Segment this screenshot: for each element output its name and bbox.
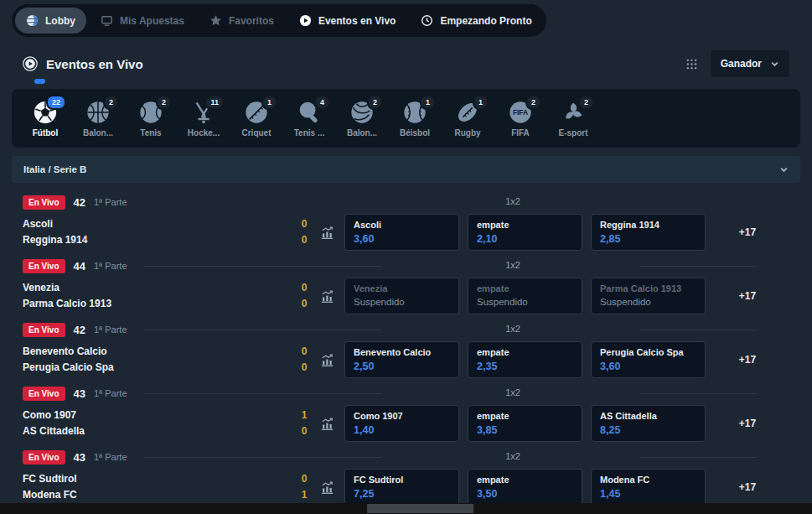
team-names[interactable]: Venezia Parma Calcio 1913	[23, 280, 297, 312]
sport-tab-beisbol[interactable]: 1 Béisbol	[395, 100, 435, 140]
odds-button[interactable]: Reggina 1914 2,85	[591, 214, 706, 251]
away-score: 0	[297, 360, 312, 376]
odds-selection-name: AS Cittadella	[600, 411, 696, 421]
sport-tab-rugby[interactable]: 1 Rugby	[447, 100, 488, 140]
stats-chart-icon[interactable]	[320, 226, 334, 240]
odds-value: 3,85	[477, 424, 573, 436]
row-divider	[144, 330, 381, 330]
match-minute: 43	[74, 451, 85, 464]
sport-count-badge: 1	[261, 95, 277, 110]
odds-button[interactable]: Venezia Suspendido	[344, 278, 459, 314]
more-markets-button[interactable]: +17	[706, 290, 789, 302]
sport-tab-fifa[interactable]: FIFA 2 FIFA	[500, 100, 540, 140]
live-badge: En Vivo	[23, 195, 65, 210]
nav-item-mis-apuestas[interactable]: Mis Apuestas	[90, 8, 195, 34]
sport-count-badge: 2	[578, 95, 594, 110]
live-badge: En Vivo	[23, 259, 65, 273]
stats-chart-icon[interactable]	[320, 480, 334, 495]
stats-chart-icon[interactable]	[320, 353, 334, 367]
odds-group: Como 1907 1,40 empate 3,85 AS Cittadella…	[344, 405, 706, 442]
nav-item-eventos-en-vivo[interactable]: Eventos en Vivo	[288, 8, 406, 34]
sport-count-badge: 22	[46, 95, 66, 110]
odds-button[interactable]: FC Sudtirol 7,25	[344, 469, 459, 506]
market-column-label: 1x2	[505, 451, 520, 461]
stats-chart-icon[interactable]	[320, 417, 334, 431]
nav-item-favoritos[interactable]: Favoritos	[199, 8, 285, 34]
sport-tab-hocke[interactable]: 11 Hocke...	[184, 100, 224, 140]
live-badge: En Vivo	[23, 323, 65, 337]
sport-count-badge: 2	[103, 95, 119, 110]
away-team-name: Modena FC	[23, 487, 297, 503]
nav-item-lobby[interactable]: Lobby	[15, 8, 86, 34]
basketball-icon	[85, 113, 111, 127]
sport-count-badge: 1	[420, 95, 436, 110]
sport-tab-label: Balon...	[83, 128, 113, 138]
match-period: 1ª Parte	[94, 452, 127, 462]
match-row-como-1907: En Vivo 43 1ª Parte 1x2 Como 1907 AS Cit…	[0, 384, 812, 448]
odds-selection-name: Como 1907	[354, 411, 450, 421]
match-period: 1ª Parte	[94, 324, 127, 335]
match-minute: 42	[74, 324, 85, 336]
sport-tab-tenis[interactable]: 2 Tenis	[131, 100, 171, 140]
sport-tab-criquet[interactable]: 1 Criquet	[236, 100, 277, 140]
odds-selection-name: Reggina 1914	[600, 220, 696, 230]
odds-value: 2,85	[600, 233, 696, 245]
more-markets-button[interactable]: +17	[706, 226, 789, 238]
market-selector-dropdown[interactable]: Ganador	[711, 50, 789, 77]
grid-view-icon[interactable]	[686, 59, 697, 70]
more-markets-button[interactable]: +17	[706, 418, 789, 429]
svg-text:FIFA: FIFA	[513, 108, 528, 117]
odds-button[interactable]: Ascoli 3,60	[344, 214, 459, 251]
odds-button[interactable]: empate 3,85	[468, 405, 582, 442]
odds-value: 2,35	[477, 361, 573, 372]
odds-button[interactable]: Como 1907 1,40	[344, 405, 459, 442]
scrollbar-thumb[interactable]	[367, 504, 473, 513]
odds-button[interactable]: AS Cittadella 8,25	[591, 405, 706, 442]
more-markets-button[interactable]: +17	[706, 354, 789, 366]
league-section-header[interactable]: Italia / Serie B	[12, 156, 800, 183]
odds-selection-name: Perugia Calcio Spa	[600, 347, 696, 357]
odds-selection-name: Ascoli	[354, 220, 450, 230]
odds-selection-name: empate	[477, 475, 573, 485]
team-names[interactable]: Benevento Calcio Perugia Calcio Spa	[23, 344, 297, 376]
nav-item-label: Mis Apuestas	[120, 15, 184, 27]
odds-button[interactable]: Benevento Calcio 2,50	[344, 341, 459, 378]
more-markets-button[interactable]: +17	[706, 481, 789, 493]
away-score: 1	[297, 487, 312, 503]
odds-button[interactable]: empate Suspendido	[468, 278, 582, 314]
league-title: Italia / Serie B	[23, 164, 86, 174]
odds-group: FC Sudtirol 7,25 empate 3,50 Modena FC 1…	[344, 469, 706, 506]
away-team-name: AS Cittadella	[23, 423, 297, 439]
odds-value: 1,40	[354, 424, 450, 436]
match-list: En Vivo 42 1ª Parte 1x2 Ascoli Reggina 1…	[0, 183, 812, 511]
row-divider	[639, 457, 757, 458]
live-play-icon	[23, 56, 38, 71]
match-row-benevento-calcio: En Vivo 42 1ª Parte 1x2 Benevento Calcio…	[0, 320, 812, 384]
odds-button[interactable]: empate 2,10	[468, 214, 582, 251]
page-title: Eventos en Vivo	[46, 57, 143, 71]
sport-tab-tenis[interactable]: 4 Tenis ...	[289, 100, 329, 140]
score-column: 0 0	[297, 344, 312, 376]
sport-tab-balon[interactable]: 2 Balon...	[342, 100, 382, 140]
chevron-down-icon	[770, 60, 779, 69]
sport-tab-balon[interactable]: 2 Balon...	[78, 100, 118, 140]
odds-button[interactable]: Parma Calcio 1913 Suspendido	[591, 278, 706, 314]
odds-button[interactable]: Perugia Calcio Spa 3,60	[591, 341, 706, 378]
home-team-name: Benevento Calcio	[23, 344, 297, 360]
sport-tab-futbol[interactable]: 22 Fútbol	[25, 100, 65, 140]
sport-tab-e-sport[interactable]: 2 E-sport	[553, 100, 593, 140]
team-names[interactable]: Como 1907 AS Cittadella	[23, 408, 297, 439]
cricket-icon	[244, 113, 269, 127]
rugby-icon	[455, 113, 480, 127]
team-names[interactable]: Ascoli Reggina 1914	[23, 216, 297, 248]
odds-button[interactable]: Modena FC 1,45	[591, 469, 706, 506]
team-names[interactable]: FC Sudtirol Modena FC	[23, 471, 297, 503]
odds-button[interactable]: empate 2,35	[468, 341, 582, 378]
odds-button[interactable]: empate 3,50	[468, 469, 582, 506]
nav-item-label: Empezando Pronto	[440, 15, 531, 27]
horizontal-scrollbar[interactable]	[0, 503, 812, 514]
match-row-fc-sudtirol: En Vivo 43 1ª Parte 1x2 FC Sudtirol Mode…	[0, 448, 812, 511]
nav-item-empezando-pronto[interactable]: Empezando Pronto	[410, 8, 542, 34]
soccer-icon	[33, 113, 58, 127]
stats-chart-icon[interactable]	[320, 289, 334, 304]
